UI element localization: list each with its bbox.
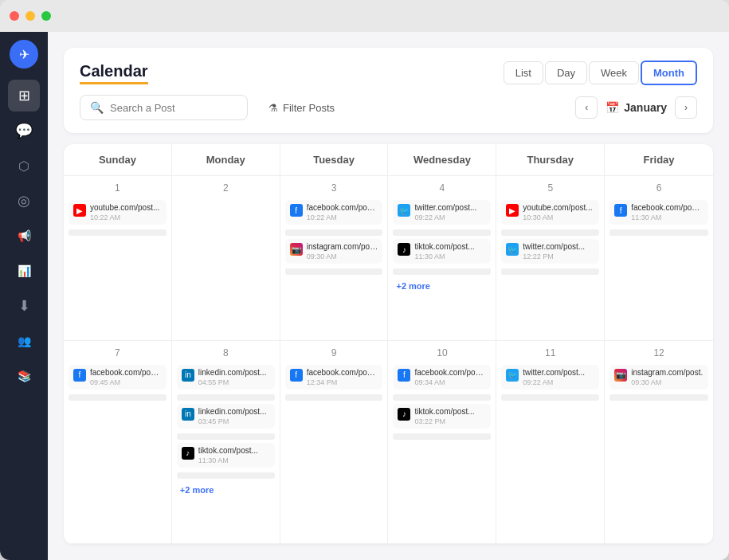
sidebar-item-target[interactable]: ◎ bbox=[8, 185, 40, 217]
prev-month-button[interactable]: ‹ bbox=[575, 96, 598, 119]
spacer bbox=[69, 229, 167, 236]
calendar-day-6: 6 f facebook.com/post... 11:30 AM bbox=[605, 176, 713, 341]
search-box[interactable]: 🔍 bbox=[80, 95, 248, 120]
filter-label: Filter Posts bbox=[283, 102, 335, 114]
post-url: facebook.com/post... bbox=[307, 368, 378, 377]
post-item[interactable]: 🐦 twitter.com/post... 12:22 PM bbox=[501, 239, 599, 264]
spacer bbox=[69, 394, 167, 401]
spacer bbox=[177, 433, 275, 440]
search-input[interactable] bbox=[110, 102, 237, 114]
post-item[interactable]: ♪ tiktok.com/post... 11:30 AM bbox=[177, 443, 275, 468]
post-item[interactable]: ♪ tiktok.com/post... 03:22 PM bbox=[393, 404, 491, 429]
spacer bbox=[177, 472, 275, 479]
search-icon: 🔍 bbox=[90, 101, 104, 114]
spacer bbox=[501, 268, 599, 275]
post-content: tiktok.com/post... 11:30 AM bbox=[198, 446, 270, 464]
facebook-icon: f bbox=[73, 369, 86, 382]
post-item[interactable]: in linkedin.com/post... 03:45 PM bbox=[177, 404, 275, 429]
post-item[interactable]: f facebook.com/post... 12:34 PM bbox=[285, 365, 383, 390]
post-url: tiktok.com/post... bbox=[414, 407, 486, 416]
filter-button[interactable]: ⚗ Filter Posts bbox=[261, 96, 343, 119]
sidebar-item-dashboard[interactable]: ⊞ bbox=[8, 80, 40, 112]
post-time: 09:30 AM bbox=[307, 253, 378, 260]
sidebar-item-megaphone[interactable]: 📢 bbox=[8, 220, 40, 252]
spacer bbox=[501, 229, 599, 236]
post-time: 09:30 AM bbox=[631, 378, 704, 386]
post-time: 12:34 PM bbox=[307, 378, 378, 386]
post-item[interactable]: ▶ youtube.com/post... 10:22 AM bbox=[69, 200, 167, 225]
spacer bbox=[501, 394, 599, 401]
sidebar-item-analytics[interactable]: 📊 bbox=[8, 255, 40, 287]
next-month-button[interactable]: › bbox=[675, 96, 697, 119]
post-item[interactable]: f facebook.com/post... 09:34 AM bbox=[393, 365, 491, 390]
day-number-7: 7 bbox=[69, 347, 167, 358]
post-time: 09:34 AM bbox=[414, 378, 486, 386]
post-item[interactable]: ▶ youtube.com/post... 10:30 AM bbox=[501, 200, 599, 225]
tiktok-icon: ♪ bbox=[182, 447, 194, 460]
post-time: 10:30 AM bbox=[523, 213, 594, 221]
header-top: Calendar List Day Week Month bbox=[80, 61, 697, 85]
post-item[interactable]: f facebook.com/post... 11:30 AM bbox=[609, 200, 708, 225]
header: Calendar List Day Week Month 🔍 bbox=[64, 48, 713, 133]
post-url: youtube.com/post... bbox=[90, 203, 162, 212]
users-icon: 👥 bbox=[18, 335, 31, 347]
post-content: twitter.com/post... 09:22 AM bbox=[523, 368, 594, 386]
day-number-12: 12 bbox=[609, 347, 708, 358]
header-wednesday: Wednesday bbox=[388, 144, 496, 175]
view-btn-month[interactable]: Month bbox=[641, 61, 697, 85]
month-display: 📅 January bbox=[606, 101, 667, 114]
post-item[interactable]: ♪ tiktok.com/post... 11:30 AM bbox=[393, 239, 491, 264]
sidebar-item-download[interactable]: ⬇ bbox=[8, 290, 40, 322]
post-item[interactable]: 📷 instagram.com/post. 09:30 AM bbox=[609, 365, 708, 390]
post-time: 11:30 AM bbox=[631, 213, 704, 221]
day-number-2: 2 bbox=[177, 182, 275, 194]
post-content: youtube.com/post... 10:30 AM bbox=[523, 203, 594, 221]
spacer bbox=[609, 394, 708, 401]
post-time: 10:22 AM bbox=[307, 213, 378, 221]
spacer bbox=[177, 394, 275, 401]
post-url: twitter.com/post... bbox=[523, 368, 594, 377]
post-item[interactable]: in linkedin.com/post... 04:55 PM bbox=[177, 365, 275, 390]
month-nav: ‹ 📅 January › bbox=[575, 96, 697, 119]
spacer bbox=[393, 268, 491, 275]
twitter-icon: 🐦 bbox=[398, 204, 410, 217]
maximize-button[interactable] bbox=[41, 11, 51, 21]
post-item[interactable]: 🐦 twitter.com/post... 09:22 AM bbox=[501, 365, 599, 390]
linkedin-icon: in bbox=[182, 408, 194, 421]
post-item[interactable]: f facebook.com/post... 09:45 AM bbox=[69, 365, 167, 390]
more-posts-link[interactable]: +2 more bbox=[177, 484, 275, 496]
sidebar: ✈ ⊞ 💬 ⬡ ◎ 📢 📊 ⬇ 👥 bbox=[0, 32, 48, 560]
close-button[interactable] bbox=[10, 11, 19, 21]
post-item[interactable]: 🐦 twitter.com/post... 09:22 AM bbox=[393, 200, 491, 225]
post-item[interactable]: 📷 instagram.com/post. 09:30 AM bbox=[285, 239, 383, 264]
logo[interactable]: ✈ bbox=[10, 40, 38, 69]
more-posts-link[interactable]: +2 more bbox=[393, 280, 491, 292]
post-item[interactable]: f facebook.com/post... 10:22 AM bbox=[285, 200, 383, 225]
minimize-button[interactable] bbox=[25, 11, 35, 21]
sidebar-item-library[interactable]: 📚 bbox=[8, 360, 40, 392]
sidebar-item-network[interactable]: ⬡ bbox=[8, 150, 40, 182]
post-time: 04:55 PM bbox=[198, 378, 270, 386]
instagram-icon: 📷 bbox=[290, 243, 303, 256]
filter-icon: ⚗ bbox=[268, 102, 278, 114]
post-url: facebook.com/post... bbox=[631, 203, 704, 212]
post-url: instagram.com/post. bbox=[307, 242, 378, 251]
month-label: January bbox=[624, 101, 667, 114]
view-btn-day[interactable]: Day bbox=[545, 61, 587, 84]
post-content: youtube.com/post... 10:22 AM bbox=[90, 203, 162, 221]
sidebar-item-messages[interactable]: 💬 bbox=[8, 115, 40, 147]
post-url: linkedin.com/post... bbox=[198, 407, 270, 416]
calendar-day-8: 8 in linkedin.com/post... 04:55 PM in bbox=[172, 341, 280, 545]
post-time: 09:45 AM bbox=[90, 378, 162, 386]
spacer bbox=[393, 229, 491, 236]
calendar-day-1: 1 ▶ youtube.com/post... 10:22 AM bbox=[64, 176, 172, 341]
calendar-day-10: 10 f facebook.com/post... 09:34 AM ♪ bbox=[388, 341, 496, 545]
view-btn-week[interactable]: Week bbox=[589, 61, 639, 84]
view-btn-list[interactable]: List bbox=[504, 61, 543, 84]
calendar-day-11: 11 🐦 twitter.com/post... 09:22 AM bbox=[496, 341, 605, 545]
calendar-day-5: 5 ▶ youtube.com/post... 10:30 AM 🐦 bbox=[496, 176, 605, 341]
facebook-icon: f bbox=[290, 204, 303, 217]
post-url: facebook.com/post... bbox=[90, 368, 162, 377]
sidebar-item-users[interactable]: 👥 bbox=[8, 325, 40, 357]
calendar-day-2: 2 bbox=[172, 176, 280, 341]
